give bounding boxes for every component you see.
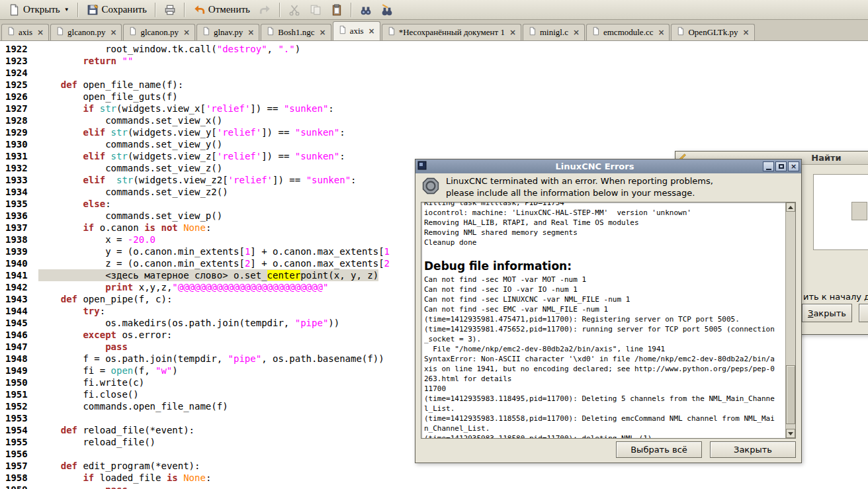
code-line[interactable]: 1925 def open_file_name(f): xyxy=(0,79,868,91)
save-button[interactable]: Сохранить xyxy=(83,3,151,17)
scissors-icon xyxy=(288,4,300,16)
log-line: 11700 xyxy=(424,384,784,394)
tab-1[interactable]: glcanon.py× xyxy=(50,24,122,40)
toolbar: Открыть ▼ Сохранить Отменить xyxy=(0,0,868,20)
scroll-up-icon[interactable] xyxy=(786,202,795,212)
code-line[interactable]: 1958 if loaded_file is None: xyxy=(0,472,868,484)
close-button[interactable]: Закрыть xyxy=(710,441,796,458)
tab-8[interactable]: emcmodule.cc× xyxy=(586,24,670,40)
tab-close-icon[interactable]: × xyxy=(320,28,326,37)
code-line[interactable]: 1923 return "" xyxy=(0,55,868,67)
cut-button xyxy=(284,3,304,17)
paste-icon xyxy=(331,4,343,16)
log-line: Can not find -sec IO -var IO -num 1 xyxy=(424,285,784,294)
line-number: 1942 xyxy=(0,281,38,293)
code-line[interactable]: 1929 elif str(widgets.view_y['relief']) … xyxy=(0,126,868,138)
document-icon xyxy=(56,26,64,38)
code-line[interactable]: 1926 open_file_guts(f) xyxy=(0,91,868,103)
find-button[interactable] xyxy=(356,3,376,17)
tab-2[interactable]: glcanon.py× xyxy=(123,24,195,40)
line-number: 1923 xyxy=(0,55,38,67)
tab-close-icon[interactable]: × xyxy=(247,28,254,37)
line-number: 1922 xyxy=(0,43,38,55)
line-number: 1924 xyxy=(0,67,38,79)
close-icon: × xyxy=(791,163,797,170)
log-line: xis on line 1941, but no encoding declar… xyxy=(424,364,784,374)
open-button[interactable]: Открыть ▼ xyxy=(4,3,73,17)
code-line[interactable]: 1927 if str(widgets.view_x['relief']) ==… xyxy=(0,103,868,114)
tab-label: glnav.py xyxy=(214,27,243,38)
find-close-button[interactable]: Закрыть xyxy=(802,304,852,322)
line-number: 1957 xyxy=(0,460,38,472)
minimize-button[interactable] xyxy=(763,161,774,171)
redo-icon xyxy=(259,4,271,16)
maximize-button[interactable] xyxy=(775,161,787,171)
close-window-button[interactable]: × xyxy=(788,161,799,171)
replace-button[interactable] xyxy=(377,3,397,17)
find-button-partial[interactable] xyxy=(859,304,868,322)
log-line: (time=1412935981.475471,pid=11700): Regi… xyxy=(424,314,784,324)
tab-7[interactable]: minigl.c× xyxy=(523,24,585,40)
tab-close-icon[interactable]: × xyxy=(742,28,749,37)
code-line[interactable]: 1922 root_window.tk.call("destroy", ".") xyxy=(0,43,868,55)
code-line[interactable]: 1924 xyxy=(0,67,868,79)
line-number: 1933 xyxy=(0,174,38,186)
log-line: (time=1412935983.118558,pid=11700): Dele… xyxy=(424,414,784,423)
tab-0[interactable]: axis× xyxy=(1,24,49,40)
chevron-down-icon[interactable]: ▼ xyxy=(64,7,69,13)
select-all-button[interactable]: Выбрать всё xyxy=(616,441,702,458)
tab-5[interactable]: axis× xyxy=(333,21,380,40)
tab-close-icon[interactable]: × xyxy=(183,28,190,37)
log-line: l_List. xyxy=(424,404,784,414)
line-number: 1936 xyxy=(0,210,38,222)
tab-4[interactable]: Bosh1.ngc× xyxy=(261,24,331,40)
line-number: 1939 xyxy=(0,245,38,257)
find-binoculars-icon xyxy=(360,4,372,16)
tab-close-icon[interactable]: × xyxy=(369,26,375,36)
find-partial-control[interactable] xyxy=(851,202,867,220)
undo-button[interactable]: Отменить xyxy=(189,3,254,17)
document-open-icon xyxy=(8,4,20,16)
code-line[interactable]: 1959 pass xyxy=(0,484,868,489)
toolbar-separator xyxy=(155,3,156,17)
log-line: n_Channel_List. xyxy=(424,423,784,433)
tab-6[interactable]: *Несохранённый документ 1× xyxy=(382,24,521,40)
stop-sign-icon xyxy=(422,177,439,197)
line-number: 1928 xyxy=(0,114,38,126)
line-number: 1947 xyxy=(0,341,38,353)
log-content[interactable]: Killing task milltask, PID=11754iocontro… xyxy=(424,202,784,438)
minimize-icon xyxy=(766,169,771,170)
scrollbar[interactable] xyxy=(785,202,795,438)
line-number: 1943 xyxy=(0,293,38,305)
log-line: (time=1412935983.118580,pid=11700): dele… xyxy=(424,433,784,438)
toolbar-separator xyxy=(184,3,185,17)
tab-close-icon[interactable]: × xyxy=(110,28,116,37)
tab-close-icon[interactable]: × xyxy=(37,28,44,37)
code-line[interactable]: 1930 commands.set_view_y() xyxy=(0,138,868,150)
log-line: Debug file information: xyxy=(424,257,784,275)
save-icon xyxy=(87,4,99,16)
line-number: 1932 xyxy=(0,162,38,174)
scrollbar-thumb[interactable] xyxy=(786,365,795,424)
copy-icon xyxy=(310,4,322,16)
tab-close-icon[interactable]: × xyxy=(509,28,516,37)
document-icon xyxy=(7,26,15,38)
log-line: 263.html for details xyxy=(424,374,784,384)
tab-3[interactable]: glnav.py× xyxy=(196,24,259,40)
scroll-down-icon[interactable] xyxy=(786,429,795,438)
tab-9[interactable]: OpenGLTk.py× xyxy=(671,24,754,40)
tab-close-icon[interactable]: × xyxy=(658,28,664,37)
dialog-titlebar[interactable]: LinuxCNC Errors × xyxy=(415,159,801,173)
undo-label: Отменить xyxy=(208,4,250,15)
log-line: Removing NML shared memory segments xyxy=(424,228,784,238)
paste-button[interactable] xyxy=(327,3,347,17)
tab-close-icon[interactable]: × xyxy=(573,28,580,37)
log-line: Removing HAL_LIB, RTAPI, and Real Time O… xyxy=(424,218,784,228)
code-line[interactable]: 1928 commands.set_view_x() xyxy=(0,114,868,126)
log-line: Cleanup done xyxy=(424,238,784,247)
log-line: Can not find -sec LINUXCNC -var NML_FILE… xyxy=(424,294,784,304)
error-message-line2: please include all the information below… xyxy=(446,187,713,199)
document-icon xyxy=(387,26,396,38)
print-button[interactable] xyxy=(160,3,180,17)
line-number: 1940 xyxy=(0,257,38,269)
